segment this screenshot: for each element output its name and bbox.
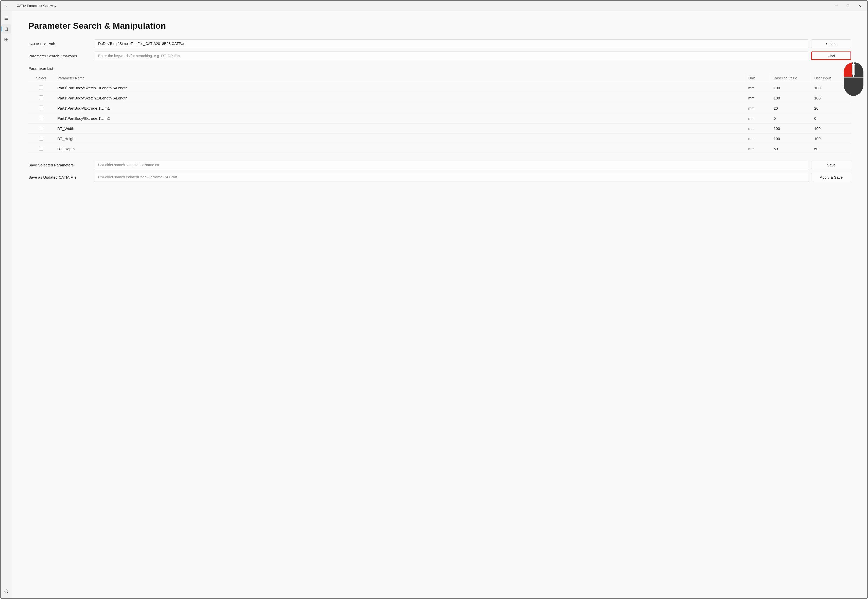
sidebar-item-grid[interactable] — [2, 35, 11, 44]
hamburger-icon — [4, 16, 9, 21]
cell-name: Part1\PartBody\Sketch.1\Length.6\Length — [54, 93, 745, 103]
parameter-table: Select Parameter Name Unit Baseline Valu… — [29, 74, 851, 154]
file-path-label: CATIA File Path — [29, 42, 92, 46]
save-updated-input[interactable] — [95, 173, 808, 181]
titlebar: CATIA Parameter Gateway — [0, 0, 868, 11]
grid-icon — [4, 37, 9, 42]
cell-unit: mm — [745, 93, 770, 103]
cell-baseline: 20 — [770, 103, 811, 113]
keywords-label: Parameter Search Keywords — [29, 54, 92, 58]
cell-unit: mm — [745, 103, 770, 113]
parameter-list-label: Parameter List — [29, 66, 851, 71]
table-row[interactable]: DT_Depthmm5050 — [29, 144, 851, 154]
cell-name: DT_Width — [54, 123, 745, 134]
table-row[interactable]: Part1\PartBody\Sketch.1\Length.5\Lengthm… — [29, 83, 851, 93]
table-row[interactable]: Part1\PartBody\Extrude.1\Lim1mm2020 — [29, 103, 851, 113]
cell-unit: mm — [745, 113, 770, 123]
header-user[interactable]: User Input — [811, 74, 851, 83]
row-checkbox[interactable] — [39, 146, 44, 151]
save-selected-label: Save Selected Parameters — [29, 163, 92, 167]
file-path-input[interactable] — [95, 39, 808, 48]
back-button[interactable] — [3, 2, 11, 10]
body: Parameter Search & Manipulation CATIA Fi… — [0, 11, 868, 599]
cell-unit: mm — [745, 83, 770, 93]
save-selected-row: Save Selected Parameters Save — [29, 161, 851, 169]
keywords-row: Parameter Search Keywords Find — [29, 51, 851, 60]
cell-unit: mm — [745, 144, 770, 154]
apply-save-button[interactable]: Apply & Save — [811, 173, 851, 181]
cell-name: Part1\PartBody\Sketch.1\Length.5\Length — [54, 83, 745, 93]
row-checkbox[interactable] — [39, 116, 44, 120]
cell-baseline: 100 — [770, 123, 811, 134]
gear-icon — [4, 589, 9, 594]
cell-baseline: 50 — [770, 144, 811, 154]
header-select[interactable]: Select — [29, 74, 54, 83]
cell-user[interactable]: 100 — [811, 134, 851, 144]
row-checkbox[interactable] — [39, 85, 44, 90]
keywords-input[interactable] — [95, 51, 808, 60]
file-path-row: CATIA File Path Select — [29, 39, 851, 48]
cell-unit: mm — [745, 134, 770, 144]
arrow-left-icon — [5, 4, 9, 8]
cell-baseline: 0 — [770, 113, 811, 123]
select-button[interactable]: Select — [811, 39, 851, 48]
row-checkbox[interactable] — [39, 126, 44, 130]
cell-name: Part1\PartBody\Extrude.1\Lim2 — [54, 113, 745, 123]
table-header-row: Select Parameter Name Unit Baseline Valu… — [29, 74, 851, 83]
sidebar — [0, 11, 12, 599]
maximize-icon — [847, 4, 850, 7]
header-unit[interactable]: Unit — [745, 74, 770, 83]
save-updated-row: Save as Updated CATIA File Apply & Save — [29, 173, 851, 181]
table-row[interactable]: DT_Heightmm100100 — [29, 134, 851, 144]
cell-baseline: 100 — [770, 134, 811, 144]
close-button[interactable] — [854, 2, 865, 10]
minimize-icon — [835, 4, 838, 7]
app-title: CATIA Parameter Gateway — [17, 4, 56, 8]
cell-user[interactable]: 100 — [811, 93, 851, 103]
cell-name: DT_Height — [54, 134, 745, 144]
header-baseline[interactable]: Baseline Value — [770, 74, 811, 83]
cell-name: Part1\PartBody\Extrude.1\Lim1 — [54, 103, 745, 113]
sidebar-hamburger[interactable] — [2, 14, 11, 23]
cell-user[interactable]: 100 — [811, 123, 851, 134]
sidebar-item-page[interactable] — [2, 24, 11, 33]
row-checkbox[interactable] — [39, 105, 44, 110]
header-name[interactable]: Parameter Name — [54, 74, 745, 83]
window-controls — [830, 2, 865, 10]
cell-name: DT_Depth — [54, 144, 745, 154]
cell-baseline: 100 — [770, 83, 811, 93]
page-icon — [4, 27, 9, 31]
cell-user[interactable]: 20 — [811, 103, 851, 113]
cell-user[interactable]: 0 — [811, 113, 851, 123]
find-button[interactable]: Find — [811, 51, 851, 60]
table-row[interactable]: Part1\PartBody\Sketch.1\Length.6\Lengthm… — [29, 93, 851, 103]
cell-unit: mm — [745, 123, 770, 134]
save-updated-label: Save as Updated CATIA File — [29, 175, 92, 179]
page-title: Parameter Search & Manipulation — [29, 21, 851, 31]
minimize-button[interactable] — [830, 2, 842, 10]
cell-user[interactable]: 50 — [811, 144, 851, 154]
close-icon — [858, 4, 861, 7]
sidebar-settings[interactable] — [2, 587, 11, 596]
row-checkbox[interactable] — [39, 136, 44, 140]
svg-rect-1 — [847, 5, 849, 7]
table-row[interactable]: Part1\PartBody\Extrude.1\Lim2mm00 — [29, 113, 851, 123]
cell-baseline: 100 — [770, 93, 811, 103]
svg-point-10 — [6, 591, 7, 592]
save-selected-input[interactable] — [95, 161, 808, 169]
main-content: Parameter Search & Manipulation CATIA Fi… — [12, 11, 868, 599]
maximize-button[interactable] — [842, 2, 854, 10]
app-window: CATIA Parameter Gateway — [0, 0, 868, 599]
cell-user[interactable]: 100 — [811, 83, 851, 93]
save-button[interactable]: Save — [811, 161, 851, 169]
row-checkbox[interactable] — [39, 95, 44, 100]
table-row[interactable]: DT_Widthmm100100 — [29, 123, 851, 134]
